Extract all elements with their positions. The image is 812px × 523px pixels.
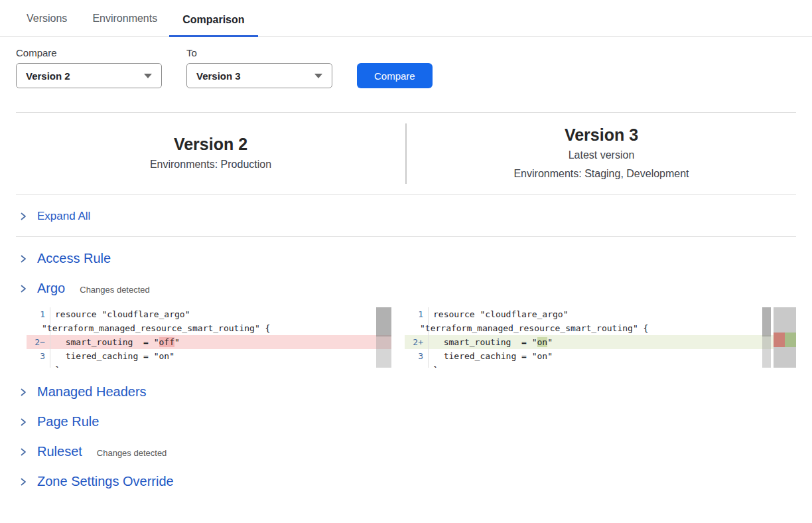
version-right-column: Version 3 Latest version Environments: S… xyxy=(407,113,796,194)
diff-line: 2+ smart_routing = "on" xyxy=(405,335,796,349)
diff-line: } xyxy=(27,363,391,368)
code-text: tiered_caching = "on" xyxy=(50,349,174,363)
line-number: 1 xyxy=(27,307,50,321)
chevron-down-icon xyxy=(314,74,322,78)
section-label: Zone Settings Override xyxy=(37,474,174,489)
section-label: Ruleset xyxy=(37,444,82,459)
chevron-right-icon xyxy=(19,212,28,221)
changes-detected-badge: Changes detected xyxy=(80,283,150,295)
chevron-right-icon xyxy=(19,417,28,427)
changes-detected-badge: Changes detected xyxy=(97,446,167,458)
compare-from-select[interactable]: Version 2 xyxy=(16,63,162,88)
right-version-subtitle: Latest version xyxy=(569,146,635,165)
section-label: Argo xyxy=(37,281,65,296)
scrollbar-thumb[interactable] xyxy=(376,307,391,336)
version-left-column: Version 2 Environments: Production xyxy=(16,113,405,194)
code-text: } xyxy=(50,363,60,368)
scrollbar[interactable] xyxy=(376,307,391,368)
changed-token: on xyxy=(537,337,548,347)
left-version-environments: Environments: Production xyxy=(150,155,271,174)
line-number: 2+ xyxy=(405,335,429,349)
diff-line: "terraform_managed_resource_smart_routin… xyxy=(27,321,391,335)
line-number: 3 xyxy=(27,349,50,363)
tab-bar: VersionsEnvironmentsComparison xyxy=(0,0,812,37)
section-ruleset[interactable]: RulesetChanges detected xyxy=(16,437,796,467)
to-label: To xyxy=(186,47,332,58)
line-number xyxy=(405,363,429,368)
diff-minimap-marker xyxy=(774,333,796,347)
section-argo[interactable]: ArgoChanges detected xyxy=(16,273,796,303)
diff-line: 2− smart_routing = "off" xyxy=(27,335,391,349)
chevron-down-icon xyxy=(144,74,152,78)
line-number xyxy=(27,363,50,368)
tab-comparison[interactable]: Comparison xyxy=(169,14,257,37)
section-page-rule[interactable]: Page Rule xyxy=(16,407,796,437)
chevron-right-icon xyxy=(19,447,28,457)
chevron-right-icon xyxy=(19,254,28,263)
code-text: "terraform_managed_resource_smart_routin… xyxy=(420,321,648,335)
section-label: Managed Headers xyxy=(37,384,147,400)
argo-diff-view: 1resource "cloudflare_argo""terraform_ma… xyxy=(27,307,796,368)
code-text: resource "cloudflare_argo" xyxy=(50,307,190,321)
tab-versions[interactable]: Versions xyxy=(27,13,80,37)
compare-to-select[interactable]: Version 3 xyxy=(186,63,332,88)
right-version-title: Version 3 xyxy=(565,124,638,146)
section-zone-settings-override[interactable]: Zone Settings Override xyxy=(16,467,796,496)
right-version-environments: Environments: Staging, Development xyxy=(513,165,689,183)
line-number: 2− xyxy=(27,335,50,349)
changed-token: off xyxy=(159,337,174,347)
chevron-right-icon xyxy=(19,284,28,293)
code-text: } xyxy=(429,363,439,368)
expand-all-label: Expand All xyxy=(37,210,90,223)
scrollbar[interactable] xyxy=(762,307,771,368)
version-comparison-header: Version 2 Environments: Production Versi… xyxy=(16,112,796,195)
diff-line: 3 tiered_caching = "on" xyxy=(27,349,391,363)
compare-from-value: Version 2 xyxy=(26,70,70,82)
code-text: resource "cloudflare_argo" xyxy=(429,307,569,321)
diff-line: "terraform_managed_resource_smart_routin… xyxy=(405,321,796,335)
code-text: tiered_caching = "on" xyxy=(429,349,553,363)
minimap-added-marker xyxy=(785,333,796,347)
section-label: Page Rule xyxy=(37,414,99,429)
chevron-right-icon xyxy=(19,388,28,397)
section-managed-headers[interactable]: Managed Headers xyxy=(16,377,796,407)
line-number: 1 xyxy=(405,307,429,321)
diff-line: 1resource "cloudflare_argo" xyxy=(27,307,391,321)
code-text: "terraform_managed_resource_smart_routin… xyxy=(42,321,270,335)
diff-pane-right: 1resource "cloudflare_argo""terraform_ma… xyxy=(405,307,796,368)
line-number: 3 xyxy=(405,349,429,363)
compare-from-field: Compare Version 2 xyxy=(16,47,162,88)
left-version-title: Version 2 xyxy=(174,133,247,155)
compare-button[interactable]: Compare xyxy=(357,63,433,88)
diff-minimap[interactable] xyxy=(774,307,796,368)
expand-all-toggle[interactable]: Expand All xyxy=(16,195,796,237)
compare-controls: Compare Version 2 To Version 3 Compare xyxy=(0,37,812,88)
compare-to-value: Version 3 xyxy=(196,70,241,82)
minimap-removed-marker xyxy=(774,333,785,347)
tab-environments[interactable]: Environments xyxy=(80,13,169,37)
diff-line: } xyxy=(405,363,796,368)
compare-to-field: To Version 3 xyxy=(186,47,332,88)
chevron-right-icon xyxy=(19,477,28,486)
code-text: smart_routing = "on" xyxy=(429,335,553,349)
diff-line: 1resource "cloudflare_argo" xyxy=(405,307,796,321)
resource-sections: Access RuleArgoChanges detected1resource… xyxy=(0,237,812,496)
code-text: smart_routing = "off" xyxy=(50,335,180,349)
section-label: Access Rule xyxy=(37,251,111,266)
section-access-rule[interactable]: Access Rule xyxy=(16,244,796,273)
diff-pane-left: 1resource "cloudflare_argo""terraform_ma… xyxy=(27,307,391,368)
compare-label: Compare xyxy=(16,47,162,58)
comparison-page: VersionsEnvironmentsComparison Compare V… xyxy=(0,0,812,523)
diff-line: 3 tiered_caching = "on" xyxy=(405,349,796,363)
scrollbar-thumb[interactable] xyxy=(762,307,771,336)
